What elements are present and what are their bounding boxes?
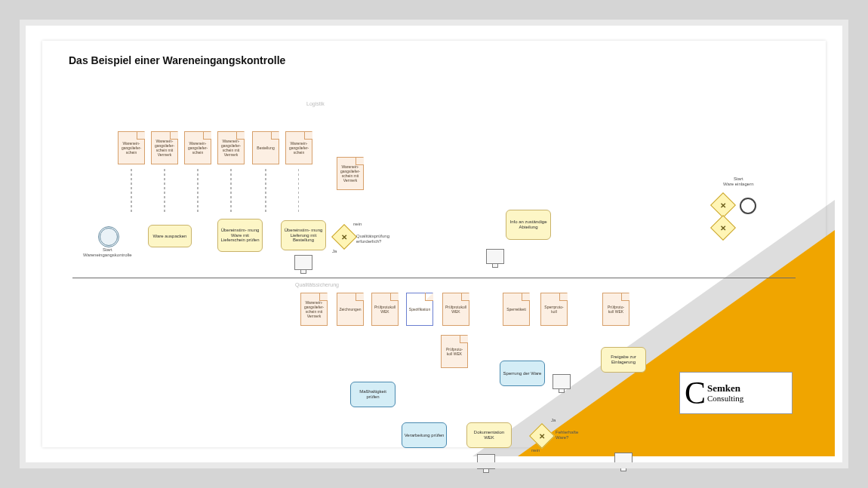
task-dokumentation-wek: Dokumentation WEK — [466, 422, 512, 448]
task-freigabe: Freigabe zur Einlagerung — [601, 347, 646, 373]
task-bestellung-pruefen: Übereinstim- mung Lieferung mit Bestellu… — [281, 220, 326, 250]
logo-text: Semken Consulting — [707, 382, 743, 404]
task-ware-auspacken: Ware auspacken — [148, 225, 192, 247]
doc-sperrprotokoll: Sperrproto- koll — [540, 293, 568, 326]
gateway-qualitaetspruefung — [331, 224, 357, 250]
brand-logo: C Semken Consulting — [679, 372, 793, 414]
computer-icon-2 — [486, 249, 504, 264]
doc-wels-vermerk-4: Warenein- gangsliefer- schein mit Vermer… — [300, 293, 328, 326]
start-event — [98, 226, 119, 247]
gateway-2-no: nein — [531, 448, 540, 453]
doc-pruefprotokoll-2: Prüfprotokoll WEK — [442, 293, 469, 326]
gateway-merge-1 — [710, 192, 736, 218]
logo-line2: Consulting — [707, 394, 743, 403]
end-event-label: Start Ware einlagern — [723, 176, 753, 186]
task-sperrung: Sperrung der Ware — [500, 361, 545, 386]
gateway-2-label: Fehlerhafte Ware? — [556, 430, 578, 440]
gateway-1-no: nein — [353, 222, 362, 227]
doc-sperretikett: Sperretikett — [503, 293, 530, 326]
computer-icon-5 — [614, 453, 633, 468]
end-event — [740, 198, 756, 214]
gateway-merge-2 — [710, 215, 736, 241]
doc-zeichnungen: Zeichnungen — [337, 293, 364, 326]
slide-card: Das Beispiel einer Wareneingangskontroll… — [42, 41, 826, 447]
doc-bestellung: Bestellung — [252, 131, 279, 164]
lane-divider — [72, 278, 796, 278]
task-info-abteilung: Info an zuständige Abteilung — [506, 210, 551, 240]
doc-wels-vermerk-3: Warenein- gangsliefer- schein mit Vermer… — [337, 157, 364, 190]
task-lieferschein-pruefen: Übereinstim- mung Ware mit Lieferschein … — [217, 219, 263, 252]
slide-title: Das Beispiel einer Wareneingangskontroll… — [69, 54, 285, 66]
doc-wels-2: Warenein- gangsliefer- schein — [184, 131, 211, 164]
doc-spezifikation: Spezifikation — [406, 293, 433, 326]
slide-frame: Das Beispiel einer Wareneingangskontroll… — [0, 0, 868, 488]
doc-wels-1: Warenein- gangsliefer- schein — [118, 131, 145, 164]
doc-wels-vermerk-1: Warenein- gangsliefer- schein mit Vermer… — [151, 131, 178, 164]
gateway-1-label: Qualitätsprüfung erforderlich? — [356, 234, 389, 244]
task-masshaltigkeit: Maßhaltigkeit prüfen — [350, 382, 396, 407]
computer-icon-4 — [553, 374, 571, 389]
logo-line1: Semken — [707, 382, 740, 394]
gateway-1-yes: Ja — [332, 249, 337, 254]
doc-pruefprotokoll-4: Prüfproto- koll WEK — [602, 293, 629, 326]
logo-letter-c: C — [685, 377, 706, 409]
doc-wels-3: Warenein- gangsliefer- schein — [285, 131, 312, 164]
doc-pruefprotokoll-3: Prüfproto- koll WEK — [441, 335, 468, 368]
computer-icon-3 — [477, 454, 495, 469]
lane-label-top: Logistik — [306, 101, 325, 106]
lane-label-bottom: Qualitätssicherung — [295, 282, 339, 287]
task-verarbeitung: Verarbeitung prüfen — [402, 422, 447, 448]
gateway-2-yes: Ja — [551, 418, 556, 423]
doc-wels-vermerk-2: Warenein- gangsliefer- schein mit Vermer… — [217, 131, 245, 164]
computer-icon-1 — [294, 255, 312, 270]
doc-pruefprotokoll-1: Prüfprotokoll WEK — [371, 293, 399, 326]
start-event-label: Start Wareneingangskontrolle — [83, 247, 131, 257]
